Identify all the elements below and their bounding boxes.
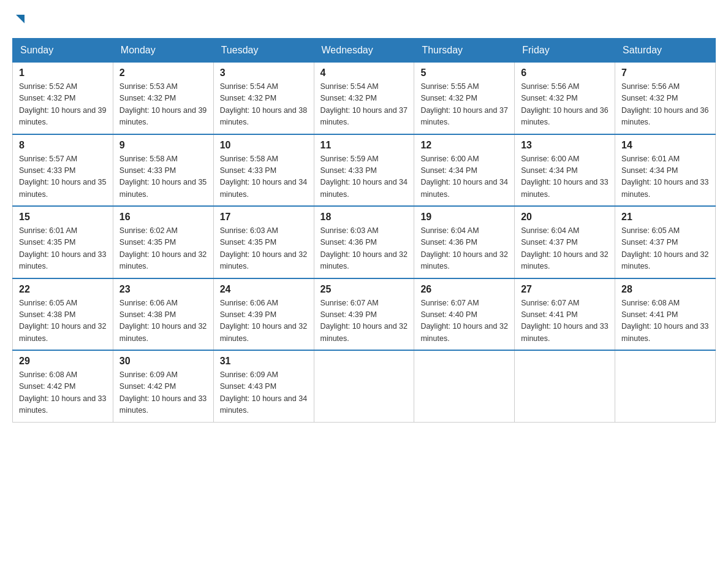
calendar-cell: 9 Sunrise: 5:58 AM Sunset: 4:33 PM Dayli… — [113, 134, 213, 207]
day-info: Sunrise: 5:58 AM Sunset: 4:33 PM Dayligh… — [119, 153, 207, 201]
column-header-wednesday: Wednesday — [314, 39, 414, 63]
day-info: Sunrise: 6:06 AM Sunset: 4:39 PM Dayligh… — [220, 297, 308, 345]
day-number: 11 — [320, 140, 408, 151]
calendar-cell: 3 Sunrise: 5:54 AM Sunset: 4:32 PM Dayli… — [213, 63, 314, 134]
day-info: Sunrise: 6:02 AM Sunset: 4:35 PM Dayligh… — [119, 225, 207, 273]
calendar-cell: 28 Sunrise: 6:08 AM Sunset: 4:41 PM Dayl… — [615, 278, 716, 351]
calendar-cell — [314, 350, 414, 422]
day-number: 7 — [621, 67, 709, 79]
calendar-cell: 12 Sunrise: 6:00 AM Sunset: 4:34 PM Dayl… — [414, 134, 515, 207]
calendar-cell: 21 Sunrise: 6:05 AM Sunset: 4:37 PM Dayl… — [615, 206, 716, 278]
day-info: Sunrise: 5:52 AM Sunset: 4:32 PM Dayligh… — [19, 81, 107, 129]
day-info: Sunrise: 5:56 AM Sunset: 4:32 PM Dayligh… — [621, 81, 709, 129]
day-number: 14 — [621, 140, 709, 151]
calendar-cell: 10 Sunrise: 5:58 AM Sunset: 4:33 PM Dayl… — [213, 134, 314, 207]
day-number: 22 — [19, 284, 107, 295]
calendar-table: SundayMondayTuesdayWednesdayThursdayFrid… — [12, 38, 716, 423]
day-number: 19 — [420, 212, 508, 223]
calendar-cell: 24 Sunrise: 6:06 AM Sunset: 4:39 PM Dayl… — [213, 278, 314, 351]
day-number: 13 — [521, 140, 609, 151]
calendar-cell: 6 Sunrise: 5:56 AM Sunset: 4:32 PM Dayli… — [515, 63, 615, 134]
calendar-week-row: 29 Sunrise: 6:08 AM Sunset: 4:42 PM Dayl… — [13, 350, 716, 422]
day-info: Sunrise: 5:59 AM Sunset: 4:33 PM Dayligh… — [320, 153, 408, 201]
day-info: Sunrise: 6:08 AM Sunset: 4:42 PM Dayligh… — [19, 369, 107, 417]
column-header-saturday: Saturday — [615, 39, 716, 63]
day-info: Sunrise: 5:53 AM Sunset: 4:32 PM Dayligh… — [119, 81, 207, 129]
day-info: Sunrise: 6:09 AM Sunset: 4:42 PM Dayligh… — [119, 369, 207, 417]
calendar-cell: 27 Sunrise: 6:07 AM Sunset: 4:41 PM Dayl… — [515, 278, 615, 351]
calendar-cell: 13 Sunrise: 6:00 AM Sunset: 4:34 PM Dayl… — [515, 134, 615, 207]
calendar-cell: 16 Sunrise: 6:02 AM Sunset: 4:35 PM Dayl… — [113, 206, 213, 278]
day-info: Sunrise: 6:07 AM Sunset: 4:41 PM Dayligh… — [521, 297, 609, 345]
calendar-cell: 20 Sunrise: 6:04 AM Sunset: 4:37 PM Dayl… — [515, 206, 615, 278]
calendar-week-row: 22 Sunrise: 6:05 AM Sunset: 4:38 PM Dayl… — [13, 278, 716, 351]
day-info: Sunrise: 6:09 AM Sunset: 4:43 PM Dayligh… — [220, 369, 308, 417]
day-info: Sunrise: 6:04 AM Sunset: 4:36 PM Dayligh… — [420, 225, 508, 273]
column-header-thursday: Thursday — [414, 39, 515, 63]
day-info: Sunrise: 6:04 AM Sunset: 4:37 PM Dayligh… — [521, 225, 609, 273]
day-info: Sunrise: 6:00 AM Sunset: 4:34 PM Dayligh… — [420, 153, 508, 201]
column-header-friday: Friday — [515, 39, 615, 63]
day-number: 10 — [220, 140, 308, 151]
day-info: Sunrise: 6:01 AM Sunset: 4:34 PM Dayligh… — [621, 153, 709, 201]
calendar-cell: 18 Sunrise: 6:03 AM Sunset: 4:36 PM Dayl… — [314, 206, 414, 278]
day-number: 25 — [320, 284, 408, 295]
calendar-cell: 15 Sunrise: 6:01 AM Sunset: 4:35 PM Dayl… — [13, 206, 113, 278]
calendar-cell: 29 Sunrise: 6:08 AM Sunset: 4:42 PM Dayl… — [13, 350, 113, 422]
calendar-cell: 17 Sunrise: 6:03 AM Sunset: 4:35 PM Dayl… — [213, 206, 314, 278]
calendar-cell: 4 Sunrise: 5:54 AM Sunset: 4:32 PM Dayli… — [314, 63, 414, 134]
day-info: Sunrise: 6:03 AM Sunset: 4:36 PM Dayligh… — [320, 225, 408, 273]
column-header-tuesday: Tuesday — [213, 39, 314, 63]
calendar-cell: 22 Sunrise: 6:05 AM Sunset: 4:38 PM Dayl… — [13, 278, 113, 351]
day-info: Sunrise: 6:07 AM Sunset: 4:39 PM Dayligh… — [320, 297, 408, 345]
day-info: Sunrise: 5:56 AM Sunset: 4:32 PM Dayligh… — [521, 81, 609, 129]
day-number: 4 — [320, 67, 408, 79]
day-info: Sunrise: 5:54 AM Sunset: 4:32 PM Dayligh… — [220, 81, 308, 129]
calendar-week-row: 1 Sunrise: 5:52 AM Sunset: 4:32 PM Dayli… — [13, 63, 716, 134]
calendar-cell — [414, 350, 515, 422]
day-info: Sunrise: 6:03 AM Sunset: 4:35 PM Dayligh… — [220, 225, 308, 273]
day-number: 21 — [621, 212, 709, 223]
day-number: 2 — [119, 67, 207, 79]
day-info: Sunrise: 6:07 AM Sunset: 4:40 PM Dayligh… — [420, 297, 508, 345]
calendar-cell: 2 Sunrise: 5:53 AM Sunset: 4:32 PM Dayli… — [113, 63, 213, 134]
day-number: 12 — [420, 140, 508, 151]
calendar-cell: 25 Sunrise: 6:07 AM Sunset: 4:39 PM Dayl… — [314, 278, 414, 351]
day-number: 3 — [220, 67, 308, 79]
calendar-cell: 19 Sunrise: 6:04 AM Sunset: 4:36 PM Dayl… — [414, 206, 515, 278]
day-number: 23 — [119, 284, 207, 295]
day-number: 5 — [420, 67, 508, 79]
day-number: 27 — [521, 284, 609, 295]
day-info: Sunrise: 6:00 AM Sunset: 4:34 PM Dayligh… — [521, 153, 609, 201]
calendar-cell: 26 Sunrise: 6:07 AM Sunset: 4:40 PM Dayl… — [414, 278, 515, 351]
day-number: 1 — [19, 67, 107, 79]
calendar-header-row: SundayMondayTuesdayWednesdayThursdayFrid… — [13, 39, 716, 63]
calendar-cell: 30 Sunrise: 6:09 AM Sunset: 4:42 PM Dayl… — [113, 350, 213, 422]
column-header-monday: Monday — [113, 39, 213, 63]
day-number: 28 — [621, 284, 709, 295]
calendar-cell: 11 Sunrise: 5:59 AM Sunset: 4:33 PM Dayl… — [314, 134, 414, 207]
page-header — [12, 12, 716, 26]
day-number: 20 — [521, 212, 609, 223]
day-number: 30 — [119, 356, 207, 367]
day-number: 6 — [521, 67, 609, 79]
svg-marker-0 — [16, 15, 25, 23]
day-number: 26 — [420, 284, 508, 295]
day-number: 15 — [19, 212, 107, 223]
calendar-cell — [615, 350, 716, 422]
day-info: Sunrise: 6:08 AM Sunset: 4:41 PM Dayligh… — [621, 297, 709, 345]
day-info: Sunrise: 5:57 AM Sunset: 4:33 PM Dayligh… — [19, 153, 107, 201]
day-number: 18 — [320, 212, 408, 223]
day-info: Sunrise: 6:05 AM Sunset: 4:37 PM Dayligh… — [621, 225, 709, 273]
day-number: 8 — [19, 140, 107, 151]
calendar-cell: 23 Sunrise: 6:06 AM Sunset: 4:38 PM Dayl… — [113, 278, 213, 351]
day-number: 31 — [220, 356, 308, 367]
calendar-cell: 7 Sunrise: 5:56 AM Sunset: 4:32 PM Dayli… — [615, 63, 716, 134]
logo — [12, 12, 27, 26]
day-info: Sunrise: 5:58 AM Sunset: 4:33 PM Dayligh… — [220, 153, 308, 201]
day-info: Sunrise: 5:55 AM Sunset: 4:32 PM Dayligh… — [420, 81, 508, 129]
calendar-week-row: 15 Sunrise: 6:01 AM Sunset: 4:35 PM Dayl… — [13, 206, 716, 278]
day-info: Sunrise: 6:06 AM Sunset: 4:38 PM Dayligh… — [119, 297, 207, 345]
calendar-cell: 5 Sunrise: 5:55 AM Sunset: 4:32 PM Dayli… — [414, 63, 515, 134]
calendar-cell: 8 Sunrise: 5:57 AM Sunset: 4:33 PM Dayli… — [13, 134, 113, 207]
